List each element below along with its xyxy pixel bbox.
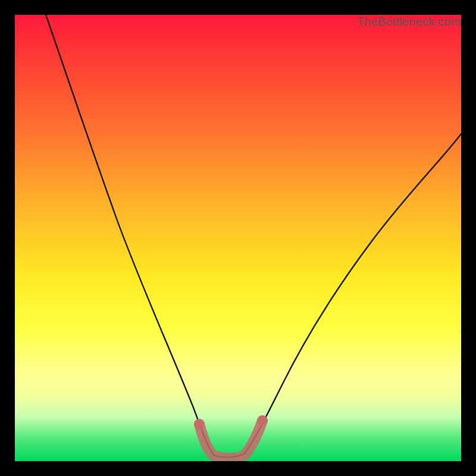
- watermark: TheBottleneck.com: [357, 15, 461, 29]
- bottleneck-curve: [46, 15, 461, 458]
- plot-area: [15, 15, 461, 461]
- highlight-end-left: [194, 419, 205, 430]
- curve-layer: [15, 15, 461, 461]
- highlight-end-right: [257, 415, 268, 426]
- chart-frame: TheBottleneck.com: [0, 0, 476, 476]
- highlight-zone: [199, 421, 262, 458]
